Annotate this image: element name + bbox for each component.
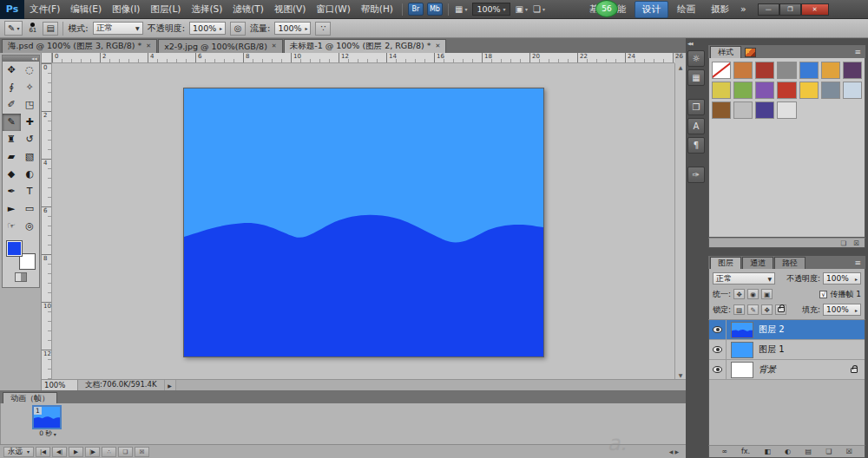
style-swatch[interactable] <box>733 62 753 79</box>
lock-all-icon[interactable] <box>775 304 786 315</box>
document-tab[interactable]: x2-9.jpg @ 100%(RGB/8)✕ <box>158 39 283 53</box>
lasso-tool[interactable]: ∮ <box>3 79 21 96</box>
menu-item[interactable]: 图像(I) <box>107 3 145 16</box>
lock-move-icon[interactable]: ✥ <box>761 304 773 315</box>
launch-bridge-button[interactable]: Br <box>408 3 424 16</box>
style-swatch[interactable] <box>799 62 819 79</box>
restore-button[interactable]: ❐ <box>779 3 801 16</box>
panel-menu-icon[interactable]: ≡ <box>854 258 865 269</box>
document-canvas[interactable] <box>183 88 544 357</box>
background-color-swatch[interactable] <box>20 254 35 269</box>
layer-thumbnail[interactable] <box>731 322 753 338</box>
style-swatch[interactable] <box>821 62 840 79</box>
lock-paint-icon[interactable]: ✎ <box>747 304 759 315</box>
zoom-level-select[interactable]: 100% ▾ <box>472 3 510 16</box>
next-frame-button[interactable]: |▶ <box>85 447 100 457</box>
menu-item[interactable]: 窗口(W) <box>311 3 356 16</box>
new-style-icon[interactable]: ❏ <box>841 239 847 247</box>
clone-source-panel-icon[interactable]: ❐ <box>687 99 705 115</box>
scroll-down-icon[interactable]: ▼ <box>679 372 683 378</box>
close-tab-icon[interactable]: ✕ <box>146 43 151 49</box>
magic-wand-tool[interactable]: ✧ <box>21 79 39 96</box>
tab-layers[interactable]: 图层 <box>710 257 741 269</box>
adjustment-layer-icon[interactable]: ◐ <box>785 448 791 455</box>
workspace-button[interactable]: 绘画 <box>670 2 702 17</box>
unify-position-icon[interactable]: ✥ <box>733 289 745 299</box>
tools-panel-header[interactable]: ◀◀ <box>3 56 39 62</box>
delete-frame-button[interactable]: ☒ <box>135 447 149 457</box>
pen-tool[interactable]: ✒ <box>3 183 21 200</box>
menu-item[interactable]: 视图(V) <box>269 3 311 16</box>
marquee-tool[interactable]: ◌ <box>21 62 39 79</box>
style-swatch[interactable] <box>799 82 819 99</box>
collapse-dock-icon[interactable]: ◀◀ <box>687 41 693 46</box>
visibility-toggle[interactable] <box>709 340 727 359</box>
propagate-checkbox[interactable]: √ <box>819 291 827 298</box>
blend-mode-select[interactable]: 正常 ▼ <box>93 22 143 35</box>
document-tab[interactable]: 海.psd @ 100% (图层 3, RGB/8) *✕ <box>2 39 157 53</box>
layer-mask-icon[interactable]: ◧ <box>764 448 771 455</box>
animation-frame-1[interactable]: 1 0 秒 ▾ <box>32 405 63 438</box>
style-swatch[interactable] <box>755 62 774 79</box>
duplicate-frame-button[interactable]: ❏ <box>118 447 133 457</box>
style-swatch[interactable] <box>733 82 753 99</box>
style-swatch[interactable] <box>755 82 774 99</box>
vertical-scrollbar[interactable]: ▲ ▼ <box>674 63 686 379</box>
opacity-input[interactable]: 100% ▸ <box>189 22 226 35</box>
airbrush-button[interactable]: ∵ <box>315 22 331 36</box>
delete-layer-icon[interactable]: ☒ <box>846 448 852 455</box>
workspace-button[interactable]: 设计 <box>635 1 668 18</box>
document-tab[interactable]: 未标题-1 @ 100% (图层 2, RGB/8) *✕ <box>284 39 447 53</box>
close-button[interactable]: ✕ <box>801 3 829 16</box>
gradient-tool[interactable]: ▧ <box>21 148 39 166</box>
delete-style-icon[interactable]: ☒ <box>853 239 859 247</box>
brush-preset-picker[interactable]: 61 <box>27 23 38 34</box>
close-tab-icon[interactable]: ✕ <box>435 43 440 49</box>
style-swatch[interactable] <box>777 101 796 119</box>
unify-visibility-icon[interactable]: ◉ <box>747 289 759 299</box>
new-group-icon[interactable]: ▤ <box>805 448 812 455</box>
unify-style-icon[interactable]: ▣ <box>761 289 773 299</box>
menu-item[interactable]: 编辑(E) <box>65 3 107 16</box>
hand-tool[interactable]: ☞ <box>3 218 21 235</box>
frame-delay-select[interactable]: 0 秒 ▾ <box>32 429 63 438</box>
brush-tool[interactable]: ✎ <box>3 114 21 131</box>
frame-thumbnail[interactable]: 1 <box>32 405 62 429</box>
layer-name[interactable]: 图层 2 <box>759 324 785 336</box>
loop-count-select[interactable]: 永远 ▾ <box>3 447 34 457</box>
lock-transparency-icon[interactable]: ▨ <box>733 304 745 315</box>
path-select-tool[interactable]: ► <box>3 200 21 218</box>
first-frame-button[interactable]: |◀ <box>36 447 50 457</box>
view-extras-button[interactable]: ▦ ▾ <box>455 4 467 14</box>
layer-name[interactable]: 图层 1 <box>759 344 785 356</box>
arrange-documents-button[interactable]: ▣ ▾ <box>516 4 528 14</box>
eraser-tool[interactable]: ▰ <box>3 148 21 166</box>
dodge-tool[interactable]: ◐ <box>21 166 39 183</box>
new-layer-icon[interactable]: ❏ <box>825 448 832 455</box>
layer-blend-mode-select[interactable]: 正常 ▼ <box>713 272 775 285</box>
layer-row-background[interactable]: 背景 <box>709 360 865 380</box>
flow-input[interactable]: 100% ▸ <box>274 22 311 35</box>
paragraph-panel-icon[interactable]: ¶ <box>687 137 705 154</box>
play-button[interactable]: ▶ <box>69 447 83 457</box>
masks-panel-icon[interactable]: ▦ <box>687 69 705 86</box>
style-swatch[interactable] <box>843 82 862 99</box>
styles-panel-second-tab-icon[interactable] <box>745 48 756 57</box>
adjustments-panel-icon[interactable]: ☼ <box>687 50 705 67</box>
ruler-origin-corner[interactable] <box>42 53 52 63</box>
style-swatch[interactable] <box>777 82 796 99</box>
foreground-color-swatch[interactable] <box>7 241 22 256</box>
workspace-overflow-button[interactable]: » <box>736 3 751 15</box>
prev-frame-button[interactable]: ◀| <box>52 447 67 457</box>
style-swatch[interactable] <box>843 62 862 79</box>
tablet-pressure-opacity-button[interactable]: ◎ <box>230 22 246 36</box>
link-layers-icon[interactable]: ∞ <box>721 448 727 455</box>
tab-paths[interactable]: 路径 <box>774 257 806 269</box>
close-tab-icon[interactable]: ✕ <box>272 43 277 49</box>
tab-styles[interactable]: 样式 <box>710 46 741 58</box>
menu-item[interactable]: 选择(S) <box>186 3 227 16</box>
fill-input[interactable]: 100% ▸ <box>823 304 861 316</box>
screen-mode-button[interactable]: ❏ ▾ <box>533 4 545 14</box>
crop-tool[interactable]: ◳ <box>21 96 39 114</box>
toggle-brush-panel-button[interactable]: ▤ <box>43 22 58 36</box>
